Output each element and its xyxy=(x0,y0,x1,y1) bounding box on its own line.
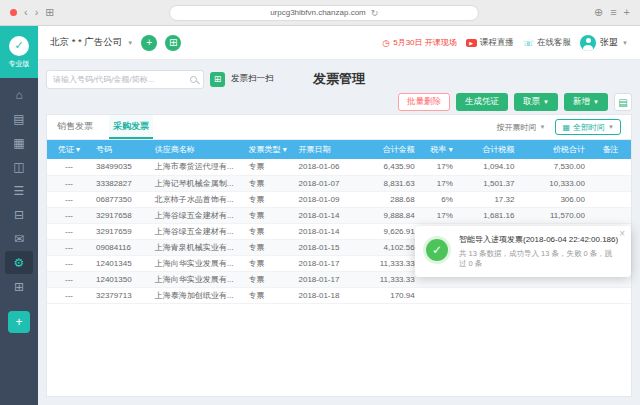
column-settings-button[interactable]: ▤ xyxy=(614,93,632,111)
address-bar[interactable]: urpcg3hibfvn.chanzap.com ↻ xyxy=(169,5,479,21)
forward-icon[interactable]: › xyxy=(35,7,39,18)
column-header[interactable]: 备注 xyxy=(590,140,631,159)
column-header[interactable]: 号码 xyxy=(91,140,150,159)
table-cell: 上海泰海加创纸业有... xyxy=(150,287,244,303)
share-icon[interactable]: ⊕ xyxy=(594,7,603,18)
user-menu[interactable]: 张盟 ▼ xyxy=(580,35,628,51)
batch-delete-button[interactable]: 批量删除 xyxy=(398,93,450,111)
sort-by-label: 按开票时间 xyxy=(497,122,537,133)
tabs-icon[interactable]: ⊞ xyxy=(45,7,54,18)
time-range-button[interactable]: ▦ 全部时间 ▼ xyxy=(555,119,621,135)
column-header[interactable]: 合计金额 xyxy=(355,140,420,159)
table-cell: 11,333.33 xyxy=(355,255,420,271)
table-cell: 专票 xyxy=(244,207,294,223)
table-cell: 1,681.16 xyxy=(458,207,520,223)
app-grid-button[interactable]: ⊞ xyxy=(165,35,181,51)
chevron-down-icon: ▼ xyxy=(540,124,546,130)
table-row[interactable]: ---32917658上海谷绿五金建材有...专票2018-01-149,888… xyxy=(47,207,631,223)
table-cell: 12401350 xyxy=(91,271,150,287)
table-cell: 2018-01-06 xyxy=(293,159,355,175)
bookmark-icon[interactable]: ≡ xyxy=(610,7,616,18)
generate-voucher-label: 生成凭证 xyxy=(465,96,499,108)
sidebar-app-button[interactable]: + xyxy=(8,311,30,333)
voucher-icon[interactable]: ▦ xyxy=(5,131,33,154)
new-tab-icon[interactable]: + xyxy=(624,7,630,18)
get-invoice-button[interactable]: 取票 ▼ xyxy=(514,93,558,111)
tab-sales-invoice[interactable]: 销售发票 xyxy=(57,115,93,139)
table-cell: 2018-01-09 xyxy=(293,191,355,207)
table-cell: 2018-01-14 xyxy=(293,223,355,239)
column-header[interactable]: 价税合计 xyxy=(519,140,589,159)
window-close-icon[interactable] xyxy=(10,9,17,16)
action-toolbar: 批量删除 生成凭证 取票 ▼ 新增 ▼ ▤ xyxy=(46,90,632,114)
get-invoice-label: 取票 xyxy=(523,96,540,108)
live-course-link[interactable]: ▶ 课程直播 xyxy=(466,37,514,49)
table-cell: --- xyxy=(47,207,91,223)
url-bar: urpcg3hibfvn.chanzap.com ↻ xyxy=(62,5,587,21)
report-icon[interactable]: ◫ xyxy=(5,155,33,178)
invoice-icon[interactable]: ▤ xyxy=(5,107,33,130)
column-header[interactable]: 凭证 ▾ xyxy=(47,140,91,159)
table-cell: 11,570.00 xyxy=(519,207,589,223)
app-logo: ✓ 专业版 xyxy=(0,26,38,78)
column-header[interactable]: 供应商名称 xyxy=(150,140,244,159)
add-new-button[interactable]: 新增 ▼ xyxy=(564,93,608,111)
table-cell: 上海向华实业发展有... xyxy=(150,255,244,271)
promo-notice[interactable]: ◷ 5月30日 开课现场 xyxy=(382,37,456,48)
table-cell: 2018-01-15 xyxy=(293,239,355,255)
refresh-icon[interactable]: ↻ xyxy=(371,8,379,18)
filter-controls: 按开票时间 ▼ ▦ 全部时间 ▼ xyxy=(497,115,621,139)
sort-by-dropdown[interactable]: 按开票时间 ▼ xyxy=(497,122,546,133)
table-cell: 11,333.33 xyxy=(355,271,420,287)
table-cell xyxy=(420,287,458,303)
table-cell: 32917658 xyxy=(91,207,150,223)
table-cell: 2018-01-14 xyxy=(293,207,355,223)
table-row[interactable]: ---33382827上海记琴机械金属制...专票2018-01-078,831… xyxy=(47,175,631,191)
close-icon[interactable]: × xyxy=(619,228,625,239)
table-cell: 专票 xyxy=(244,255,294,271)
main-content: ⊞ 发票扫一扫 发票管理 批量删除 生成凭证 取票 ▼ 新增 ▼ ▤ 销售发票 … xyxy=(38,60,640,405)
table-cell: 专票 xyxy=(244,287,294,303)
table-row[interactable]: ---32379713上海泰海加创纸业有...专票2018-01-18170.9… xyxy=(47,287,631,303)
table-row[interactable]: ---38499035上海市泰货运代理有...专票2018-01-066,435… xyxy=(47,159,631,175)
table-cell: 专票 xyxy=(244,223,294,239)
search-input[interactable] xyxy=(53,75,186,84)
settings-icon[interactable]: ⚙ xyxy=(5,251,33,274)
table-cell: 10,333.00 xyxy=(519,175,589,191)
table-cell: 上海记琴机械金属制... xyxy=(150,175,244,191)
assets-icon[interactable]: ⊟ xyxy=(5,203,33,226)
generate-voucher-button[interactable]: 生成凭证 xyxy=(456,93,508,111)
batch-delete-label: 批量删除 xyxy=(407,96,441,108)
ledger-icon[interactable]: ☰ xyxy=(5,179,33,202)
quick-add-button[interactable]: + xyxy=(141,35,157,51)
table-cell: 38499035 xyxy=(91,159,150,175)
table-cell: --- xyxy=(47,159,91,175)
table-cell: 17% xyxy=(420,159,458,175)
apps-icon[interactable]: ⊞ xyxy=(5,275,33,298)
table-cell: 17.32 xyxy=(458,191,520,207)
invoice-scan-icon[interactable]: ⊞ xyxy=(210,72,225,87)
invoice-scan-label[interactable]: 发票扫一扫 xyxy=(231,73,274,85)
table-cell: --- xyxy=(47,255,91,271)
home-icon[interactable]: ⌂ xyxy=(5,83,33,106)
live-label: 课程直播 xyxy=(480,37,514,49)
back-icon[interactable]: ‹ xyxy=(24,7,28,18)
app-topbar: 北京 * * 广告公司 ▼ + ⊞ ◷ 5月30日 开课现场 ▶ 课程直播 ☏ … xyxy=(38,26,640,60)
company-selector[interactable]: 北京 * * 广告公司 ▼ xyxy=(50,36,133,49)
message-icon[interactable]: ✉ xyxy=(5,227,33,250)
url-text: urpcg3hibfvn.chanzap.com xyxy=(270,8,366,17)
online-service-link[interactable]: ☏ 在线客服 xyxy=(523,37,571,49)
table-cell: 上海谷绿五金建材有... xyxy=(150,207,244,223)
table-row[interactable]: ---06877350北京柿子水晶首饰有...专票2018-01-09288.6… xyxy=(47,191,631,207)
table-cell: 288.68 xyxy=(355,191,420,207)
add-new-label: 新增 xyxy=(573,96,590,108)
column-header[interactable]: 合计税额 xyxy=(458,140,520,159)
search-icon[interactable] xyxy=(190,76,197,83)
column-header[interactable]: 开票日期 xyxy=(293,140,355,159)
invoice-tabs: 销售发票 采购发票 按开票时间 ▼ ▦ 全部时间 ▼ xyxy=(47,115,631,140)
time-range-label: 全部时间 xyxy=(573,122,605,133)
tab-purchase-invoice[interactable]: 采购发票 xyxy=(109,115,153,139)
table-cell: 170.94 xyxy=(355,287,420,303)
column-header[interactable]: 税率 ▾ xyxy=(420,140,458,159)
column-header[interactable]: 发票类型 ▾ xyxy=(244,140,294,159)
